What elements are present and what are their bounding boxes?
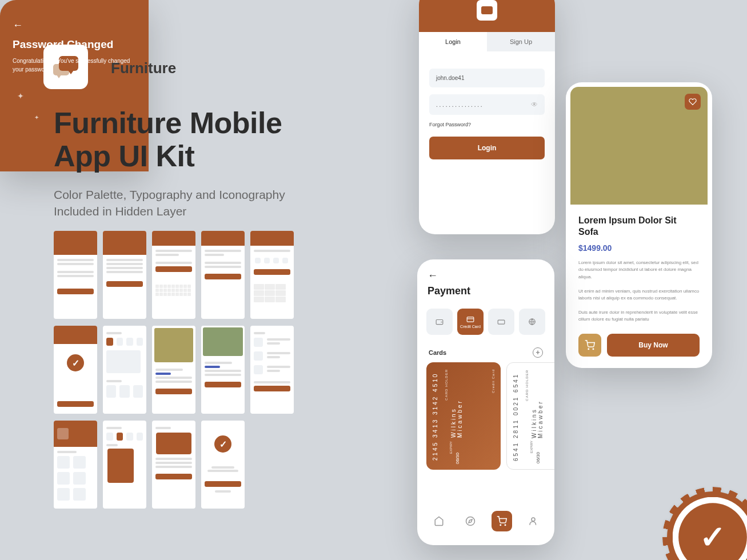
svg-rect-5 bbox=[498, 320, 505, 324]
svg-point-1 bbox=[593, 349, 594, 350]
svg-point-7 bbox=[466, 517, 474, 526]
add-card-button[interactable]: + bbox=[533, 347, 543, 358]
app-logo-mini bbox=[477, 0, 497, 21]
thumb-discover bbox=[103, 326, 146, 414]
thumb-find-account bbox=[152, 231, 195, 319]
sparkle-icon: ✦ bbox=[34, 114, 39, 121]
phone-product-screen: Lorem Ipsum Dolor Sit Sofa $1499.00 Lore… bbox=[566, 82, 712, 368]
product-name: Lorem Ipsum Dolor Sit Sofa bbox=[578, 215, 700, 238]
card-expiry: 06/30 bbox=[536, 452, 541, 463]
thumb-login bbox=[54, 231, 97, 319]
svg-point-0 bbox=[588, 349, 589, 350]
nav-cart[interactable] bbox=[492, 511, 512, 531]
method-credit-card[interactable]: Credit Card bbox=[457, 309, 484, 335]
svg-point-10 bbox=[505, 525, 506, 526]
hero-sub-l2: Included in Hidden Layer bbox=[54, 205, 186, 218]
tab-login[interactable]: Login bbox=[419, 32, 487, 51]
thumb-product-1 bbox=[152, 326, 195, 414]
method-card-alt[interactable] bbox=[488, 309, 514, 335]
buy-now-button[interactable]: Buy Now bbox=[607, 334, 700, 357]
thumb-recover-password bbox=[201, 231, 245, 319]
nav-profile[interactable] bbox=[523, 511, 544, 531]
nav-home[interactable] bbox=[429, 511, 449, 531]
product-description: Lorem ipsum dolor sit amet, consectetur … bbox=[578, 259, 700, 323]
add-to-cart-button[interactable] bbox=[578, 334, 601, 357]
favorite-button[interactable] bbox=[685, 94, 701, 110]
phone-payment-screen: ← Payment Credit Card Cards + Credit Car… bbox=[417, 259, 554, 545]
sparkle-icon: ✦ bbox=[17, 91, 24, 101]
tab-signup[interactable]: Sign Up bbox=[487, 32, 555, 51]
cards-label: Cards bbox=[429, 349, 446, 356]
thumb-payment-1 bbox=[103, 421, 146, 509]
screen-thumbnails bbox=[54, 231, 299, 515]
hero-title-l1: Furniture Mobile bbox=[54, 106, 282, 139]
card-holder: Wilkins Micawber bbox=[450, 369, 463, 438]
svg-point-11 bbox=[532, 518, 535, 521]
phone-login-screen: Login Sign Up john.doe41 . . . . . . . .… bbox=[419, 0, 555, 234]
product-image bbox=[570, 87, 708, 205]
svg-marker-8 bbox=[469, 519, 472, 523]
login-button[interactable]: Login bbox=[429, 137, 545, 159]
svg-point-9 bbox=[500, 525, 501, 526]
thumb-order-complete bbox=[201, 421, 245, 509]
hero-subtitle: Color Palette, Typography and Iconograph… bbox=[54, 186, 285, 220]
thumb-password-changed bbox=[54, 326, 97, 414]
thumb-otp bbox=[250, 231, 294, 319]
nav-explore[interactable] bbox=[460, 511, 481, 531]
password-input[interactable]: . . . . . . . . . . . . . . . 👁 bbox=[429, 94, 545, 115]
username-input[interactable]: john.doe41 bbox=[429, 69, 545, 87]
password-changed-subtitle: Congratulations!! You've successfully ch… bbox=[13, 57, 136, 74]
credit-card-2[interactable]: Other 6541 2811 0021 6541 CARD HOLDER Wi… bbox=[506, 362, 554, 470]
thumb-signup bbox=[103, 231, 146, 319]
method-wallet[interactable] bbox=[426, 309, 453, 335]
credit-card-1[interactable]: Credit Card 2145 3413 3142 4510 CARD HOL… bbox=[426, 362, 501, 470]
thumb-product-2 bbox=[201, 326, 245, 414]
product-price: $1499.00 bbox=[578, 243, 700, 253]
card-number: 2145 3413 3142 4510 bbox=[432, 369, 438, 461]
svg-rect-3 bbox=[467, 317, 474, 321]
thumb-profile bbox=[54, 421, 97, 509]
back-button[interactable]: ← bbox=[428, 270, 544, 282]
payment-title: Payment bbox=[428, 285, 544, 297]
forgot-password-link[interactable]: Forgot Password? bbox=[429, 122, 545, 127]
card-number: 6541 2811 0021 6541 bbox=[513, 370, 519, 461]
hero-title: Furniture Mobile App UI Kit bbox=[54, 106, 282, 173]
card-holder: Wilkins Micawber bbox=[531, 370, 544, 438]
hero-sub-l1: Color Palette, Typography and Iconograph… bbox=[54, 188, 285, 201]
method-web[interactable] bbox=[519, 309, 545, 335]
hero-title-l2: App UI Kit bbox=[54, 139, 194, 173]
thumb-payment-2 bbox=[152, 421, 195, 509]
card-expiry: 06/30 bbox=[455, 453, 460, 464]
back-button[interactable]: ← bbox=[13, 19, 136, 31]
thumb-cart bbox=[250, 326, 294, 414]
eye-icon[interactable]: 👁 bbox=[531, 101, 538, 109]
